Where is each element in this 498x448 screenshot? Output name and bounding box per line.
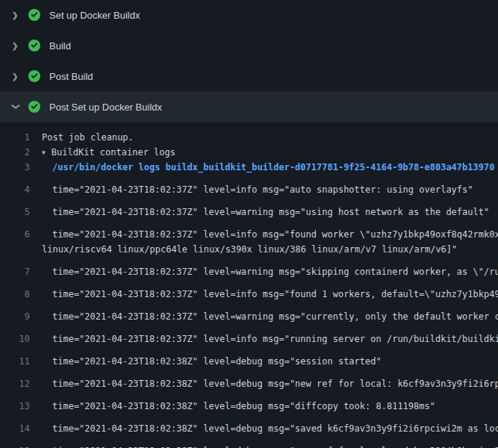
log-line-number[interactable]: 1: [0, 130, 30, 145]
log-viewer: 1 Post job cleanup. 2 ▼BuildKit containe…: [0, 122, 498, 448]
step-title: Post Build: [49, 71, 93, 82]
log-line-text: time="2021-04-23T18:02:37Z" level=info m…: [42, 332, 498, 346]
log-line-content: time="2021-04-23T18:02:37Z" level=warnin…: [52, 207, 489, 217]
log-line-text: time="2021-04-23T18:02:38Z" level=debug …: [42, 421, 498, 436]
log-line-number[interactable]: 2: [0, 145, 30, 160]
log-line: 10 time="2021-04-23T18:02:37Z" level=inf…: [0, 324, 498, 346]
log-line-number[interactable]: 5: [0, 205, 30, 220]
log-line-text: time="2021-04-23T18:02:37Z" level=warnin…: [42, 309, 498, 324]
log-line-text: time="2021-04-23T18:02:38Z" level=debug …: [42, 399, 498, 414]
log-line-content: time="2021-04-23T18:02:38Z" level=debug …: [52, 356, 382, 367]
log-line-content: time="2021-04-23T18:02:37Z" level=warnin…: [52, 311, 498, 322]
job-steps-list: ❯ Set up Docker Buildx ❯ Build ❯ Post Bu: [0, 0, 498, 122]
log-line-text: linux/riscv64 linux/ppc64le linux/s390x …: [42, 242, 498, 257]
log-line-number[interactable]: 7: [0, 264, 30, 279]
log-line-number[interactable]: 13: [0, 399, 30, 414]
step-title: Set up Docker Buildx: [49, 10, 140, 21]
log-line-text[interactable]: ▼BuildKit container logs: [42, 145, 498, 160]
log-line-text: time="2021-04-23T18:02:37Z" level=info m…: [42, 227, 498, 242]
log-line-content: time="2021-04-23T18:02:38Z" level=debug …: [52, 379, 498, 389]
log-lines: 1 Post job cleanup. 2 ▼BuildKit containe…: [0, 130, 498, 448]
log-line: 7 time="2021-04-23T18:02:37Z" level=warn…: [0, 257, 498, 279]
log-line-number[interactable]: 11: [0, 354, 30, 369]
log-line: 2 ▼BuildKit container logs: [0, 145, 498, 160]
log-line-number[interactable]: 10: [0, 332, 30, 346]
log-line-content: time="2021-04-23T18:02:37Z" level=info m…: [52, 184, 473, 195]
chevron-icon: ❯: [12, 103, 20, 113]
log-line: 9 time="2021-04-23T18:02:37Z" level=warn…: [0, 302, 498, 324]
log-line-content: time="2021-04-23T18:02:37Z" level=warnin…: [52, 267, 498, 277]
log-line: 6 time="2021-04-23T18:02:37Z" level=info…: [0, 220, 498, 242]
log-line: 1 Post job cleanup.: [0, 130, 498, 145]
log-line-text: Post job cleanup.: [42, 130, 498, 145]
check-circle-icon: [28, 101, 40, 113]
log-line-number[interactable]: 9: [0, 309, 30, 324]
log-line-content: time="2021-04-23T18:02:38Z" level=debug …: [52, 401, 435, 411]
step-header[interactable]: ❯ Post Set up Docker Buildx: [0, 92, 498, 122]
chevron-icon: ❯: [12, 11, 22, 19]
log-line-number[interactable]: [0, 242, 30, 257]
log-line-content: time="2021-04-23T18:02:37Z" level=info m…: [52, 289, 498, 299]
log-line: 11 time="2021-04-23T18:02:38Z" level=deb…: [0, 346, 498, 369]
step-header[interactable]: ❯ Build: [0, 31, 498, 61]
log-line-text: time="2021-04-23T18:02:38Z" level=debug …: [42, 354, 498, 369]
log-line-content: BuildKit container logs: [52, 147, 175, 158]
log-line-content: linux/riscv64 linux/ppc64le linux/s390x …: [42, 244, 457, 255]
log-line-text: time="2021-04-23T18:02:38Z" level=debug …: [42, 376, 498, 391]
log-line: 3 /usr/bin/docker logs buildx_buildkit_b…: [0, 160, 498, 175]
log-line: 4 time="2021-04-23T18:02:37Z" level=info…: [0, 175, 498, 197]
log-line-text: /usr/bin/docker logs buildx_buildkit_bui…: [42, 160, 498, 175]
log-line-number[interactable]: 3: [0, 160, 30, 175]
log-line: 14 time="2021-04-23T18:02:38Z" level=deb…: [0, 414, 498, 436]
log-line: 12 time="2021-04-23T18:02:38Z" level=deb…: [0, 369, 498, 391]
log-line-content: time="2021-04-23T18:02:37Z" level=info m…: [52, 229, 498, 240]
log-line-number[interactable]: 8: [0, 287, 30, 302]
check-circle-icon: [28, 70, 40, 82]
log-line-content: Post job cleanup.: [42, 132, 134, 143]
log-line-content: time="2021-04-23T18:02:37Z" level=info m…: [52, 334, 498, 344]
log-line-text: time="2021-04-23T18:02:37Z" level=info m…: [42, 182, 498, 197]
log-line: 13 time="2021-04-23T18:02:38Z" level=deb…: [0, 391, 498, 414]
log-line-text: time="2021-04-23T18:02:37Z" level=info m…: [42, 287, 498, 302]
log-line-content: time="2021-04-23T18:02:38Z" level=debug …: [52, 423, 498, 434]
chevron-icon: ❯: [12, 42, 22, 50]
step-header[interactable]: ❯ Set up Docker Buildx: [0, 0, 498, 31]
log-line-text: time="2021-04-23T18:02:38Z" level=debug …: [42, 444, 498, 448]
chevron-icon: ❯: [12, 72, 22, 81]
log-line-text: time="2021-04-23T18:02:37Z" level=warnin…: [42, 264, 498, 279]
step-title: Post Set up Docker Buildx: [49, 102, 162, 113]
log-line: linux/riscv64 linux/ppc64le linux/s390x …: [0, 242, 498, 257]
log-line-number[interactable]: 15: [0, 444, 30, 448]
log-line-number[interactable]: 12: [0, 376, 30, 391]
step-title: Build: [49, 40, 71, 52]
log-line-content: /usr/bin/docker logs buildx_buildkit_bui…: [52, 162, 494, 172]
log-line: 5 time="2021-04-23T18:02:37Z" level=warn…: [0, 197, 498, 220]
expand-triangle-icon[interactable]: ▼: [42, 146, 46, 160]
log-line-text: time="2021-04-23T18:02:37Z" level=warnin…: [42, 205, 498, 220]
check-circle-icon: [28, 9, 40, 21]
log-line-number[interactable]: 4: [0, 182, 30, 197]
log-line-number[interactable]: 14: [0, 421, 30, 436]
log-line: 8 time="2021-04-23T18:02:37Z" level=info…: [0, 279, 498, 302]
log-line: 15 time="2021-04-23T18:02:38Z" level=deb…: [0, 436, 498, 448]
step-header[interactable]: ❯ Post Build: [0, 61, 498, 92]
check-circle-icon: [28, 40, 40, 52]
log-line-number[interactable]: 6: [0, 227, 30, 242]
